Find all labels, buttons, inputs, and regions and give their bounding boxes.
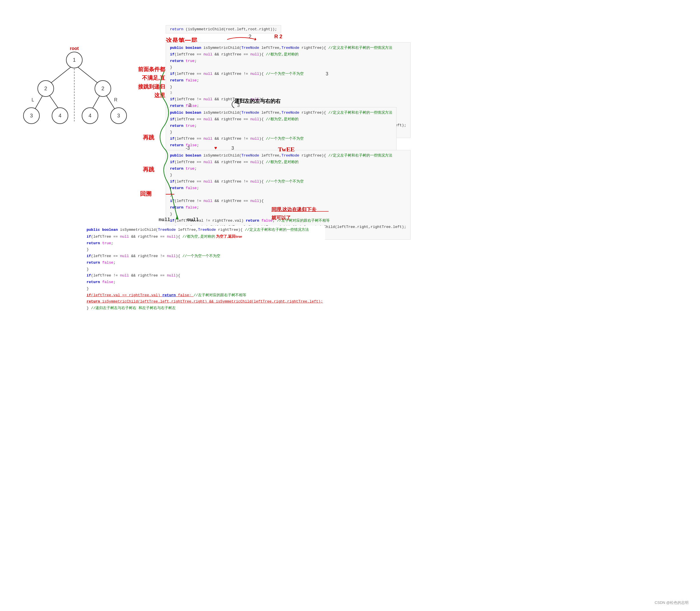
label-R2: R 2 bbox=[274, 34, 282, 40]
annotation-jump2: 再跳 bbox=[143, 166, 154, 174]
annotation-condition-skip: 前面条件都不满足,直接跳到递归这里 bbox=[134, 65, 165, 100]
svg-text:root: root bbox=[70, 46, 79, 51]
annotation-continue: 同理,这边在递归下去就可以了 bbox=[271, 206, 316, 222]
svg-text:3: 3 bbox=[30, 113, 33, 119]
svg-text:2: 2 bbox=[101, 86, 104, 91]
svg-text:4: 4 bbox=[59, 113, 61, 119]
annotation-recurse: 递归左的左与右的右 bbox=[234, 98, 281, 105]
svg-text:L: L bbox=[32, 98, 34, 102]
svg-marker-25 bbox=[255, 38, 256, 41]
svg-text:3: 3 bbox=[117, 113, 120, 119]
svg-text:2: 2 bbox=[44, 86, 47, 91]
svg-text:R: R bbox=[114, 98, 117, 102]
tree-diagram: 1 2 2 3 4 4 3 root L R bbox=[17, 40, 137, 131]
svg-text:4: 4 bbox=[89, 113, 91, 119]
label-null-left: null bbox=[159, 217, 170, 223]
watermark: CSDN @松色的志明 bbox=[655, 600, 688, 605]
page-container: 1 2 2 3 4 4 3 root L R return (isSymmetr… bbox=[0, 0, 700, 611]
code-block-return: return (isSymmetricChild(root.left,root.… bbox=[166, 25, 281, 33]
svg-text:1: 1 bbox=[73, 57, 76, 63]
label-2-top: 2 bbox=[249, 34, 251, 40]
annotation-jump1: 再跳 bbox=[143, 134, 154, 141]
annotation-return: 回溯 bbox=[140, 190, 151, 198]
code-block-4: public boolean isSymmetricChild(TreeNode… bbox=[84, 226, 325, 313]
label-null-right: null bbox=[187, 217, 199, 223]
